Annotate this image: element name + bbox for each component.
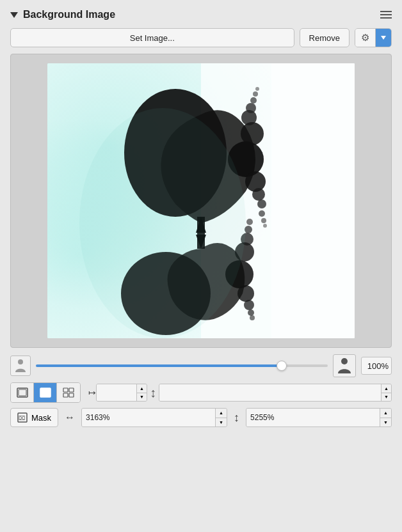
collapse-icon[interactable]	[10, 12, 18, 18]
title-group: Background Image	[10, 9, 115, 20]
svg-point-8	[252, 188, 265, 201]
y-down-button[interactable]: ▼	[382, 393, 391, 402]
y-position-input[interactable]	[159, 384, 381, 401]
svg-rect-38	[63, 388, 68, 392]
x-position-input[interactable]	[97, 384, 136, 401]
height-down-button[interactable]: ▼	[380, 418, 391, 427]
gear-button[interactable]: ⚙	[355, 29, 376, 47]
person-large-icon	[337, 357, 352, 374]
mask-icon: ⌧	[17, 412, 28, 423]
bottom-row: ⌧ Mask ↔ 3163% ▲ ▼ ↕ 5255% ▲ ▼	[10, 408, 392, 427]
mask-label: Mask	[31, 413, 51, 423]
opacity-slider-track[interactable]	[36, 364, 328, 367]
x-spinner: ▲ ▼	[136, 384, 147, 401]
width-up-button[interactable]: ▲	[216, 409, 227, 418]
svg-point-32	[18, 359, 23, 364]
svg-rect-40	[63, 393, 68, 397]
svg-point-22	[244, 300, 254, 310]
svg-point-26	[250, 315, 255, 320]
width-arrow-icon: ↔	[65, 412, 75, 423]
width-scale-input[interactable]: 3163%	[82, 409, 215, 426]
dropdown-arrow-icon	[381, 36, 386, 40]
x-position-field-container: ▲ ▼	[96, 384, 147, 402]
image-preview-container	[10, 54, 392, 348]
frame-mode-button[interactable]	[11, 383, 34, 402]
svg-rect-31	[271, 63, 355, 338]
svg-rect-41	[69, 393, 74, 397]
svg-text:⌧: ⌧	[19, 415, 25, 421]
svg-point-24	[248, 309, 254, 316]
height-arrow-icon: ↕	[234, 411, 239, 425]
y-position-field-container: ▲ ▼	[159, 384, 392, 402]
opacity-max-icon	[333, 354, 356, 377]
panel-header: Background Image	[10, 9, 392, 20]
svg-point-33	[341, 358, 348, 364]
svg-point-11	[250, 97, 257, 104]
fill-icon	[40, 387, 51, 398]
height-scale-input[interactable]: 5255%	[246, 409, 380, 426]
grid-mode-button[interactable]	[57, 383, 80, 402]
x-up-button[interactable]: ▲	[137, 384, 147, 393]
svg-point-12	[259, 210, 265, 217]
menu-icon[interactable]	[380, 11, 392, 19]
x-arrow-icon: ↦	[88, 387, 96, 398]
grid-icon	[63, 387, 74, 398]
svg-point-10	[257, 199, 266, 208]
person-small-icon	[14, 359, 27, 373]
height-scale-value: 5255%	[250, 413, 274, 422]
image-preview	[47, 63, 355, 338]
gear-group: ⚙	[355, 28, 392, 47]
opacity-value-display: 100%	[361, 357, 392, 375]
width-scale-value: 3163%	[86, 413, 109, 422]
svg-point-20	[237, 285, 254, 302]
opacity-slider-thumb[interactable]	[277, 361, 287, 371]
svg-rect-39	[69, 388, 74, 392]
svg-point-14	[261, 218, 266, 223]
mode-row: ↦ ▲ ▼ ↕ ▲ ▼	[10, 382, 392, 403]
svg-point-6	[245, 171, 266, 192]
svg-point-15	[255, 87, 259, 91]
opacity-slider-track-container[interactable]	[36, 359, 328, 372]
gear-icon: ⚙	[361, 32, 369, 43]
svg-point-16	[263, 224, 267, 228]
set-image-button[interactable]: Set Image...	[10, 28, 294, 47]
svg-point-30	[79, 108, 246, 338]
vertical-separator: ↕	[150, 386, 156, 400]
width-spinner: ▲ ▼	[215, 409, 227, 426]
opacity-slider-row: 100%	[10, 354, 392, 377]
svg-point-5	[241, 122, 264, 145]
y-up-button[interactable]: ▲	[382, 384, 391, 393]
toolbar-row: Set Image... Remove ⚙	[10, 28, 392, 47]
mask-button[interactable]: ⌧ Mask	[10, 408, 58, 427]
fractal-image	[47, 63, 355, 338]
svg-point-9	[246, 103, 256, 113]
width-down-button[interactable]: ▼	[216, 418, 227, 427]
dropdown-button[interactable]	[376, 29, 391, 47]
width-scale-container: 3163% ▲ ▼	[81, 408, 227, 427]
svg-rect-35	[19, 389, 26, 396]
svg-point-25	[246, 219, 253, 225]
background-image-panel: Background Image Set Image... Remove ⚙	[0, 0, 402, 532]
height-scale-container: 5255% ▲ ▼	[246, 408, 392, 427]
fill-mode-button[interactable]	[34, 383, 57, 402]
y-spinner: ▲ ▼	[381, 384, 391, 401]
opacity-min-icon	[10, 356, 31, 376]
x-down-button[interactable]: ▼	[137, 393, 147, 402]
panel-title: Background Image	[23, 9, 115, 20]
mode-button-group	[10, 382, 81, 403]
height-spinner: ▲ ▼	[380, 409, 391, 426]
remove-button[interactable]: Remove	[300, 28, 350, 47]
height-up-button[interactable]: ▲	[380, 409, 391, 418]
frame-icon	[17, 387, 28, 398]
svg-point-13	[253, 91, 258, 97]
